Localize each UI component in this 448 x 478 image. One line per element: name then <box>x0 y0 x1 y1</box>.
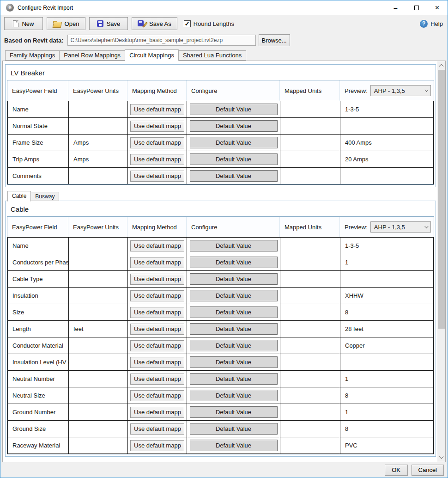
default-value-button[interactable]: Default Value <box>190 137 278 148</box>
default-value-button[interactable]: Default Value <box>190 290 278 301</box>
maximize-button[interactable] <box>406 0 427 15</box>
revit-data-row: Based on Revit data: Browse... <box>0 32 448 48</box>
mapping-method-dropdown[interactable]: Use default mapp <box>130 137 184 148</box>
preview-label: Preview: <box>345 87 368 94</box>
tab-busway[interactable]: Busway <box>30 192 59 201</box>
mapped-units-cell <box>280 288 340 304</box>
tab-shared-lua-functions[interactable]: Shared Lua Functions <box>178 50 246 61</box>
mapping-method-dropdown[interactable]: Use default mapp <box>130 274 184 285</box>
mapping-method-dropdown[interactable]: Use default mapp <box>130 154 184 165</box>
vertical-scrollbar[interactable] <box>437 61 445 462</box>
mapping-method-dropdown[interactable]: Use default mapp <box>130 423 184 435</box>
ok-button[interactable]: OK <box>385 465 408 476</box>
default-value-button[interactable]: Default Value <box>190 170 278 182</box>
round-lengths-checkbox[interactable]: ✓ <box>184 20 191 27</box>
easypower-units-cell <box>69 168 128 184</box>
default-value-button[interactable]: Default Value <box>190 306 278 318</box>
scroll-down-button[interactable] <box>437 454 445 462</box>
preview-dropdown[interactable]: AHP - 1,3,5 <box>370 221 431 233</box>
help-link[interactable]: ? Help <box>420 20 443 28</box>
tab-family-mappings[interactable]: Family Mappings <box>5 50 60 61</box>
mapping-method-dropdown[interactable]: Use default mapp <box>130 240 184 251</box>
browse-button[interactable]: Browse... <box>259 34 290 46</box>
preview-header-cell: Preview:AHP - 1,3,5 <box>340 80 434 101</box>
default-value-button[interactable]: Default Value <box>190 373 278 385</box>
chevron-down-icon <box>184 426 184 430</box>
table-row: Ground SizeUse default mappDefault Value… <box>8 421 434 437</box>
mapping-method-dropdown[interactable]: Use default mapp <box>130 407 184 418</box>
easypower-field-cell: Ground Size <box>8 421 69 437</box>
tab-circuit-mappings[interactable]: Circuit Mappings <box>125 49 179 61</box>
easypower-field-cell: Name <box>8 101 69 118</box>
easypower-field-cell: Normal State <box>8 118 69 135</box>
default-value-button[interactable]: Default Value <box>190 340 278 351</box>
help-label: Help <box>430 20 443 27</box>
new-button[interactable]: New <box>4 17 43 30</box>
easypower-units-cell <box>69 371 128 387</box>
easypower-units-cell <box>69 387 128 404</box>
default-value-button[interactable]: Default Value <box>190 356 278 368</box>
column-header: Configure <box>187 80 280 101</box>
mapping-method-dropdown[interactable]: Use default mapp <box>130 440 184 451</box>
preview-dropdown[interactable]: AHP - 1,3,5 <box>370 85 431 96</box>
mapping-method-dropdown[interactable]: Use default mapp <box>130 257 184 268</box>
mapping-method-dropdown[interactable]: Use default mapp <box>130 104 184 115</box>
chevron-down-icon <box>184 410 184 413</box>
default-value-button[interactable]: Default Value <box>190 104 278 115</box>
preview-dropdown-value: AHP - 1,3,5 <box>374 87 405 94</box>
minimize-button[interactable]: – <box>385 0 406 15</box>
save-button[interactable]: Save <box>89 17 128 30</box>
preview-cell <box>340 271 434 288</box>
default-value-button[interactable]: Default Value <box>190 257 278 268</box>
chevron-down-icon <box>184 376 184 380</box>
mapping-method-cell: Use default mapp <box>128 321 187 337</box>
table-row: Ground NumberUse default mappDefault Val… <box>8 404 434 421</box>
default-value-button[interactable]: Default Value <box>190 240 278 251</box>
revit-data-path-field[interactable] <box>67 35 256 46</box>
open-button[interactable]: Open <box>47 17 85 30</box>
mapping-method-dropdown[interactable]: Use default mapp <box>130 324 184 335</box>
mapping-method-cell: Use default mapp <box>128 387 187 404</box>
table-row: Trip AmpsAmpsUse default mappDefault Val… <box>8 151 434 168</box>
chevron-down-icon <box>424 88 428 92</box>
default-value-button[interactable]: Default Value <box>190 120 278 132</box>
cancel-button[interactable]: Cancel <box>412 465 444 476</box>
mapping-method-dropdown[interactable]: Use default mapp <box>130 171 184 182</box>
mapping-method-dropdown[interactable]: Use default mapp <box>130 374 184 385</box>
easypower-field-cell: Cable Type <box>8 271 69 288</box>
easypower-field-cell: Length <box>8 321 69 337</box>
easypower-units-cell <box>69 101 128 118</box>
column-header: EasyPower Field <box>7 80 68 101</box>
save-as-button[interactable]: Save As <box>132 17 177 30</box>
mapping-method-dropdown[interactable]: Use default mapp <box>130 340 184 351</box>
table-header-row: EasyPower FieldEasyPower UnitsMapping Me… <box>7 80 434 101</box>
mapping-method-dropdown-value: Use default mapp <box>134 409 181 416</box>
mapping-method-dropdown[interactable]: Use default mapp <box>130 307 184 318</box>
default-value-button[interactable]: Default Value <box>190 273 278 285</box>
save-button-label: Save <box>107 20 121 27</box>
default-value-button[interactable]: Default Value <box>190 390 278 401</box>
tab-panel-row-mappings[interactable]: Panel Row Mappings <box>59 50 125 61</box>
chevron-down-icon <box>184 123 184 127</box>
configure-cell: Default Value <box>187 371 280 387</box>
mapping-method-dropdown[interactable]: Use default mapp <box>130 357 184 368</box>
close-button[interactable]: × <box>427 0 448 15</box>
mapping-method-dropdown[interactable]: Use default mapp <box>130 121 184 132</box>
window-title: Configure Revit Import <box>18 5 73 11</box>
default-value-button[interactable]: Default Value <box>190 323 278 335</box>
tab-cable[interactable]: Cable <box>7 191 31 202</box>
chevron-down-icon <box>439 454 444 459</box>
mapping-method-dropdown[interactable]: Use default mapp <box>130 390 184 401</box>
default-value-button[interactable]: Default Value <box>190 406 278 418</box>
mapping-method-cell: Use default mapp <box>128 238 187 254</box>
mapping-method-dropdown[interactable]: Use default mapp <box>130 290 184 301</box>
scrollbar-thumb[interactable] <box>438 70 445 329</box>
default-value-button[interactable]: Default Value <box>190 423 278 435</box>
default-value-button[interactable]: Default Value <box>190 153 278 165</box>
mapping-method-dropdown-value: Use default mapp <box>134 359 181 366</box>
preview-cell <box>340 354 434 371</box>
easypower-units-cell <box>69 118 128 135</box>
default-value-button[interactable]: Default Value <box>190 440 278 451</box>
scroll-up-button[interactable] <box>437 61 445 69</box>
new-button-label: New <box>22 20 34 27</box>
